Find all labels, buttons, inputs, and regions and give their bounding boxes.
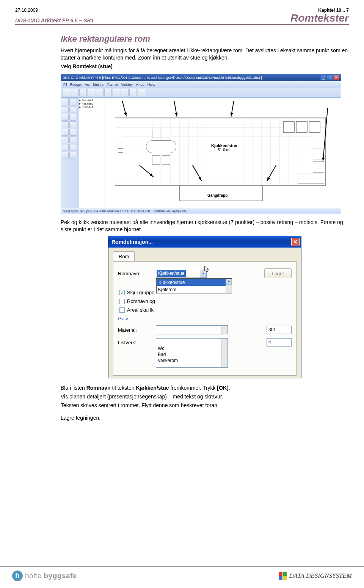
chk-label: Areal skal ik xyxy=(127,307,154,313)
scrollbar[interactable] xyxy=(221,326,228,334)
fp-menubar: Fil Rediger Vis Sett inn Format Verktøy … xyxy=(61,81,341,88)
menu-verktoy[interactable]: Verktøy xyxy=(121,83,133,86)
menu-fil[interactable]: Fil xyxy=(63,83,67,86)
annotation-arrow xyxy=(174,101,177,117)
material-value: 301 xyxy=(268,327,276,332)
scrollbar[interactable]: ▲ xyxy=(226,279,232,293)
tool-button[interactable] xyxy=(69,152,76,158)
list-item[interactable]: Bad xyxy=(156,351,228,358)
section-p2-bold: Romtekst (stue) xyxy=(72,63,113,69)
list-item[interactable]: Wc xyxy=(156,345,228,351)
footer-r1: D xyxy=(289,572,293,579)
tool-button[interactable] xyxy=(69,99,76,105)
furniture xyxy=(296,121,308,133)
tool-button[interactable] xyxy=(69,129,76,136)
toolbar-button[interactable] xyxy=(121,89,129,96)
dlg-close-button[interactable]: ✕ xyxy=(291,238,300,246)
list-item[interactable]: Vaskerom xyxy=(156,358,228,364)
toolbar-button[interactable] xyxy=(129,89,137,96)
minimize-button[interactable]: _ xyxy=(320,75,326,80)
tool-button[interactable] xyxy=(62,121,69,128)
listverk-listbox[interactable]: Wc Bad Vaskerom xyxy=(156,338,228,368)
dlg-tabpanel: Romnavn: Kjøkken/stue ▼ Kjøkken/stue xyxy=(113,261,297,376)
cubes-icon xyxy=(279,572,287,580)
checkbox-icon[interactable] xyxy=(119,307,125,313)
checkbox-icon[interactable]: ✓ xyxy=(119,290,125,295)
checkbox-icon[interactable] xyxy=(119,299,125,304)
toolbar-button[interactable] xyxy=(79,89,87,96)
toolbar-button[interactable] xyxy=(104,89,112,96)
toolbar-button[interactable] xyxy=(88,89,95,96)
menu-format[interactable]: Format xyxy=(107,83,118,86)
toolbar-button[interactable] xyxy=(113,89,120,96)
tool-button[interactable] xyxy=(69,136,76,143)
txt-bold: Romnavn xyxy=(86,385,111,391)
chevron-down-icon[interactable]: ▼ xyxy=(200,269,206,278)
furniture xyxy=(313,162,324,173)
tool-button[interactable] xyxy=(62,114,69,121)
romnavn-combo[interactable]: Kjøkken/stue ▼ Kjøkken/stue Kjølerom xyxy=(156,269,207,278)
dropdown-item[interactable]: Kjøkken/stue xyxy=(157,279,231,286)
romnavn-value: Kjøkken/stue xyxy=(157,270,186,277)
scrollbar[interactable] xyxy=(221,339,228,367)
dlg-title: Romdefinisjon... xyxy=(111,239,153,245)
menu-settinn[interactable]: Sett inn xyxy=(93,83,104,86)
listverk-input[interactable]: 4 xyxy=(267,338,292,347)
logo-data-design-system: DATA DESIGNSYSTEM xyxy=(279,572,352,580)
menu-vindu[interactable]: Vindu xyxy=(136,83,144,86)
tool-button[interactable] xyxy=(62,136,69,143)
material-listbox[interactable] xyxy=(156,325,228,334)
furniture xyxy=(152,155,160,165)
scroll-up-icon[interactable]: ▲ xyxy=(226,279,232,285)
txt-bold: [OK] xyxy=(217,385,228,391)
footer-r2: D xyxy=(306,572,311,579)
lagre-button[interactable]: Lagre xyxy=(264,268,292,278)
tree-item[interactable]: ▸ Snitt A-A xyxy=(79,105,104,109)
section-p1: Hvert hjørnepunkt må inngis for å få ber… xyxy=(61,47,349,61)
room-name: Kjøkken/stue xyxy=(211,143,237,148)
close-button[interactable]: ✕ xyxy=(333,75,339,80)
content: Ikke rektangulære rom Hvert hjørnepunkt … xyxy=(15,34,349,422)
material-label: Material: xyxy=(118,327,152,333)
chk-areal-skal[interactable]: Areal skal ik xyxy=(119,307,292,313)
dlg-tab-rom[interactable]: Rom xyxy=(113,251,135,261)
tool-button[interactable] xyxy=(62,129,69,136)
tool-button[interactable] xyxy=(69,106,76,113)
fp-canvas[interactable]: Kjøkken/stue 51.0 m² Gang/trapp xyxy=(105,98,341,208)
menu-hjelp[interactable]: Hjelp xyxy=(147,83,155,86)
toolbar-button[interactable] xyxy=(71,89,78,96)
annotation-arrow xyxy=(122,101,127,116)
menu-vis[interactable]: Vis xyxy=(85,83,89,86)
tool-button[interactable] xyxy=(62,144,69,151)
chk-romnavn-og[interactable]: Romnavn og xyxy=(119,298,292,304)
page-header: 27.10.2009 Kapittel 10... 7 DDS-CAD Arki… xyxy=(15,8,349,25)
tool-button[interactable] xyxy=(62,106,69,113)
section-p2: Velg Romtekst (stue) xyxy=(61,63,349,70)
fp-window-title: DDS-CAD Arkitekt FP 6.5 [Plan: ETG1/001 … xyxy=(63,76,262,80)
tool-button[interactable] xyxy=(62,152,69,158)
chk-label: Skjul gruppe xyxy=(127,290,154,295)
page-footer: h holte byggsafe DATA DESIGNSYSTEM xyxy=(0,566,364,588)
menu-rediger[interactable]: Rediger xyxy=(70,83,82,86)
toolbar-button[interactable] xyxy=(138,89,145,96)
room-name: Gang/trapp xyxy=(207,193,228,198)
tree-item[interactable]: ▸ Fasade1 xyxy=(79,99,104,102)
footer-r5: YSTEM xyxy=(332,572,352,579)
fp-titlebar: DDS-CAD Arkitekt FP 6.5 [Plan: ETG1/001 … xyxy=(61,74,341,81)
tool-button[interactable] xyxy=(69,114,76,121)
tool-button[interactable] xyxy=(69,144,76,151)
toolbar-button[interactable] xyxy=(63,89,70,96)
romnavn-label: Romnavn: xyxy=(118,271,152,276)
dropdown-item[interactable]: Kjølerom xyxy=(157,286,232,293)
material-input[interactable]: 301 xyxy=(267,326,292,334)
tool-button[interactable] xyxy=(69,121,76,128)
toolbar-button[interactable] xyxy=(96,89,104,96)
furniture xyxy=(162,129,170,138)
romnavn-dropdown[interactable]: Kjøkken/stue Kjølerom ▲ xyxy=(156,278,232,293)
txt: til teksten xyxy=(111,385,136,391)
maximize-button[interactable]: □ xyxy=(327,75,333,80)
room-area: 51.0 m² xyxy=(211,148,237,152)
annotation-arrow xyxy=(231,101,234,117)
tree-item[interactable]: ▸ Fasade2 xyxy=(79,102,104,105)
tool-button[interactable] xyxy=(62,99,69,105)
